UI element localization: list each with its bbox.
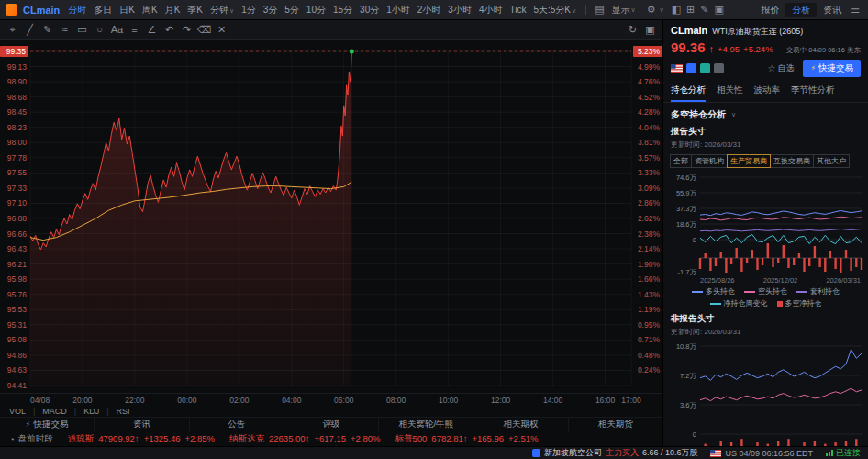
tab-tick[interactable]: Tick [506, 4, 529, 16]
legend-swatch [796, 291, 807, 293]
tab-news-bottom[interactable]: 资讯 [95, 418, 189, 431]
tab-intraday[interactable]: 分时 [64, 3, 90, 17]
clock-icon: ◔ [9, 434, 15, 444]
indicator-tab-kdj[interactable]: KDJ [83, 407, 99, 416]
layout-grid-icon[interactable]: ⊞ [684, 4, 697, 16]
text-tool-icon[interactable]: Aa [108, 24, 126, 36]
tab-monthly[interactable]: 月K [161, 3, 184, 17]
index-quote-2[interactable]: 标普5006782.81↑+165.96+2.51% [395, 433, 539, 445]
tab-quote[interactable]: 报价 [754, 3, 785, 17]
pencil-icon[interactable]: ✎ [39, 24, 56, 36]
angle-icon[interactable]: ∠ [143, 24, 161, 36]
chart-style-icon[interactable]: ▤ [592, 4, 606, 16]
main-area: ⌖╱✎≈▭○Aa≡∠↶↷⌫✕ ↻▣ 99.1398.9098.6898.4598… [0, 20, 868, 446]
fibonacci-icon[interactable]: ≡ [126, 24, 143, 36]
rectangle-icon[interactable]: ▭ [73, 24, 91, 36]
indicator-tab-vol[interactable]: VOL [9, 407, 26, 416]
tab-minute-dropdown[interactable]: 分钟∨ [206, 3, 238, 17]
news-ticker[interactable]: 新加坡航空公司 主力买入 6.66 / 10.6万股 [532, 447, 698, 459]
position-filters: 全部资管机构生产贸易商互换交易商其他大户 [663, 150, 868, 170]
filter-swap-dealers[interactable]: 互换交易商 [770, 154, 814, 168]
filter-all[interactable]: 全部 [670, 154, 692, 168]
toolbar-right-icons: ◧⊞✎▣ [669, 4, 727, 16]
indicator-tab-macd[interactable]: MACD [42, 407, 67, 416]
delete-icon[interactable]: ✕ [213, 24, 230, 36]
settings-dropdown[interactable]: ⚙ ∨ [640, 4, 668, 16]
panel-toggle-icon[interactable]: ☰ [848, 4, 862, 16]
tab-correlation[interactable]: 相关性 [717, 83, 743, 102]
collapse-icon: ∨ [731, 111, 736, 118]
tab-1h[interactable]: 1小时 [383, 3, 414, 17]
connection-status[interactable]: 已连接 [826, 447, 861, 459]
display-dropdown[interactable]: 显示 ∨ [608, 4, 640, 17]
panel-symbol: CLmain [671, 25, 707, 36]
app-logo-icon[interactable] [6, 4, 17, 16]
tab-volatility[interactable]: 波动率 [754, 83, 781, 102]
section-header[interactable]: 多空持仓分析 ∨ [663, 103, 868, 121]
tab-ratings[interactable]: 评级 [284, 418, 379, 431]
time-axis-label: 12:00 [491, 396, 510, 405]
tab-quarterly[interactable]: 季K [184, 3, 206, 17]
undo-icon[interactable]: ↶ [161, 24, 178, 36]
collapse-panel-icon[interactable]: ▣ [641, 24, 659, 36]
annotate-icon[interactable]: ✎ [697, 4, 711, 16]
tab-announcements[interactable]: 公告 [190, 418, 284, 431]
wave-icon[interactable]: ≈ [56, 24, 73, 36]
tab-5d5m[interactable]: 5天:5分K∨ [529, 3, 580, 17]
indicator-tab-rsi[interactable]: RSI [117, 407, 130, 416]
tab-4h[interactable]: 4小时 [475, 3, 506, 17]
tab-seasonality[interactable]: 季节性分析 [791, 83, 835, 102]
tab-30m[interactable]: 30分 [356, 3, 383, 17]
main-chart[interactable]: 99.1398.9098.6898.4598.2398.0097.7897.55… [0, 40, 662, 393]
ellipse-icon[interactable]: ○ [91, 24, 108, 36]
time-axis-label: 08:00 [386, 396, 406, 405]
tab-5m[interactable]: 5分 [281, 3, 303, 17]
tab-2h[interactable]: 2小时 [414, 3, 445, 17]
chevron-down-icon: ∨ [631, 6, 636, 14]
redo-icon[interactable]: ↷ [178, 24, 195, 36]
toolbar-divider [585, 5, 586, 15]
tab-3m[interactable]: 3分 [260, 3, 282, 17]
time-axis-label: 02:00 [229, 396, 249, 405]
filter-other-reportables[interactable]: 其他大户 [813, 154, 850, 168]
chevron-down-icon: ∨ [229, 7, 234, 14]
tab-analysis[interactable]: 分析 [785, 3, 817, 17]
lightning-icon: ⚡ [26, 420, 31, 429]
tab-3h[interactable]: 3小时 [444, 3, 475, 17]
filter-producer-merchant[interactable]: 生产贸易商 [727, 154, 771, 168]
tab-weekly[interactable]: 周K [139, 3, 161, 17]
index-quote-0[interactable]: 道琼斯47909.92↑+1325.46+2.85% [68, 433, 215, 445]
crosshair-icon[interactable]: ⌖ [4, 24, 21, 36]
tab-position-analysis[interactable]: 持仓分析 [671, 83, 706, 102]
draw-toolbar-right-icons: ↻▣ [624, 24, 659, 36]
tab-options[interactable]: 相关期权 [473, 418, 568, 431]
time-axis-label: 14:00 [543, 396, 562, 405]
quick-trade-button[interactable]: ⚡ 快捷交易 [803, 60, 861, 77]
eraser-icon[interactable]: ⌫ [195, 24, 213, 36]
market-icon-futures [686, 63, 696, 73]
filter-asset-managers[interactable]: 资管机构 [691, 154, 728, 168]
svg-text:0: 0 [693, 236, 696, 244]
legend-item: 多空净持仓 [777, 298, 822, 308]
tab-news[interactable]: 资讯 [818, 3, 847, 17]
watchlist-button[interactable]: ☆ 自选 [767, 62, 794, 74]
market-icons-row: ☆ 自选 ⚡ 快捷交易 [663, 55, 868, 79]
legend-row-2: 净持仓周变化多空净持仓 [663, 297, 868, 308]
tab-quick-trade[interactable]: ⚡快捷交易 [0, 418, 95, 431]
layout-single-icon[interactable]: ◧ [669, 4, 684, 16]
index-quote-1[interactable]: 纳斯达克22635.00↑+617.15+2.80% [229, 433, 380, 445]
expand-icon[interactable]: ▣ [712, 4, 727, 16]
legend-item: 净持仓周变化 [710, 298, 768, 308]
history-icon[interactable]: ↻ [624, 24, 641, 36]
market-clock: US 04/09 06:16:56 EDT [710, 449, 813, 458]
tab-daily[interactable]: 日K [116, 3, 139, 17]
trendline-icon[interactable]: ╱ [21, 24, 39, 36]
tab-warrants[interactable]: 相关窝轮/牛熊 [379, 418, 473, 431]
tab-futures[interactable]: 相关期货 [569, 418, 662, 431]
tab-1m[interactable]: 1分 [238, 3, 260, 17]
ticker-value: 6.66 / 10.6万股 [642, 447, 698, 459]
tab-10m[interactable]: 10分 [303, 3, 329, 17]
tab-15m[interactable]: 15分 [329, 3, 356, 17]
tab-multiday[interactable]: 多日 [90, 3, 116, 17]
symbol-label[interactable]: CLmain [23, 5, 60, 16]
